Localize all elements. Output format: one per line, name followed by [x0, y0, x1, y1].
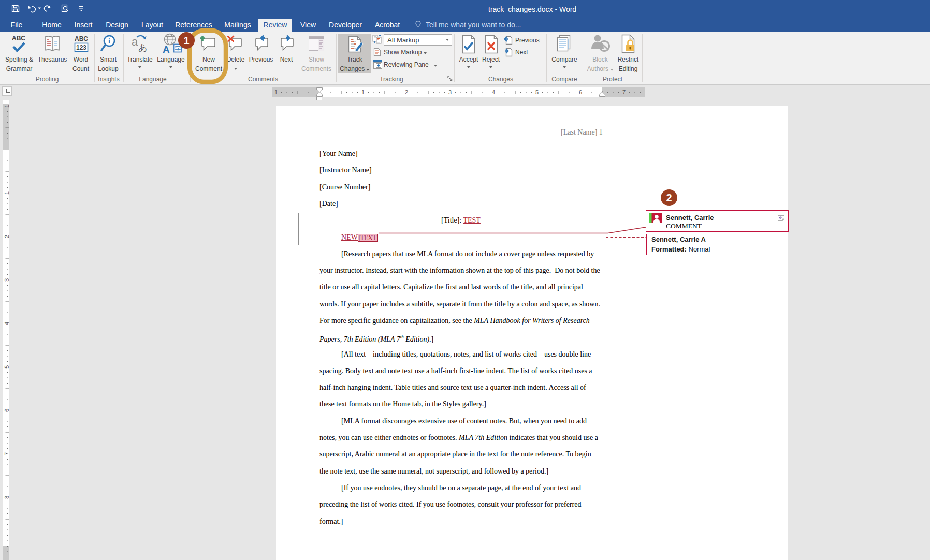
svg-text:1: 1 — [361, 89, 365, 95]
svg-text:3: 3 — [448, 89, 452, 95]
svg-text:1: 1 — [4, 191, 9, 195]
svg-text:ABC: ABC — [12, 35, 25, 42]
svg-text:i: i — [108, 37, 110, 45]
svg-text:5: 5 — [535, 89, 539, 95]
svg-text:123: 123 — [76, 44, 86, 51]
svg-text:8: 8 — [4, 496, 9, 499]
svg-text:7: 7 — [4, 452, 9, 455]
svg-text:1: 1 — [4, 105, 9, 108]
svg-text:5: 5 — [4, 365, 9, 369]
svg-text:A: A — [163, 44, 170, 54]
svg-text:6: 6 — [4, 409, 9, 412]
svg-text:7: 7 — [622, 89, 626, 95]
svg-text:1: 1 — [274, 89, 278, 95]
svg-text:あ: あ — [138, 43, 147, 53]
svg-text:2: 2 — [4, 235, 9, 238]
svg-text:3: 3 — [4, 278, 9, 282]
svg-text:ABC: ABC — [75, 35, 88, 42]
svg-text:4: 4 — [4, 322, 9, 325]
svg-text:4: 4 — [492, 89, 495, 95]
svg-text:6: 6 — [579, 89, 582, 95]
svg-text:2: 2 — [405, 89, 408, 95]
svg-text:字: 字 — [175, 46, 181, 52]
